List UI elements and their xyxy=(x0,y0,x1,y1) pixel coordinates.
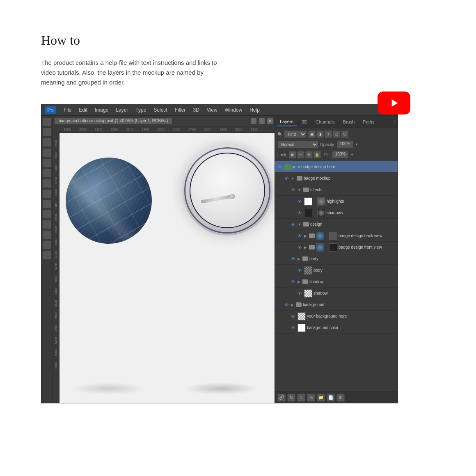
layer-shadow-group[interactable]: 👁 ▶ shadow xyxy=(275,276,398,288)
chevron-bg: ▶ xyxy=(291,303,294,307)
add-style-btn[interactable]: fx xyxy=(287,394,295,402)
blending-mode-select[interactable]: Normal xyxy=(277,141,318,148)
layer-highlights[interactable]: 👁 highlights xyxy=(275,196,398,207)
minimize-btn[interactable]: − xyxy=(251,118,256,124)
tab-paths[interactable]: Paths xyxy=(359,118,378,126)
lock-transparent-icon[interactable]: ▣ xyxy=(289,151,296,158)
tab-layers[interactable]: Layers xyxy=(277,117,297,126)
tool-text[interactable] xyxy=(43,231,51,239)
maximize-btn[interactable]: □ xyxy=(259,118,265,124)
menu-view[interactable]: View xyxy=(204,106,221,114)
menu-3d[interactable]: 3D xyxy=(190,106,202,114)
lock-image-icon[interactable]: ✏ xyxy=(297,151,304,158)
layer-eye-back[interactable]: 👁 xyxy=(296,233,303,239)
tool-dodge[interactable] xyxy=(43,210,51,218)
menu-file[interactable]: File xyxy=(60,106,75,114)
tab-channels[interactable]: Channels xyxy=(312,118,338,126)
menu-image[interactable]: Image xyxy=(92,106,112,114)
fill-value[interactable]: 100% xyxy=(332,151,348,158)
layer-shadow[interactable]: 👁 shadow xyxy=(275,288,398,299)
layer-shadows[interactable]: 👁 shadows xyxy=(275,207,398,219)
canvas-tab[interactable]: badge-pin-button-mockup.psd @ 40.05% (La… xyxy=(55,118,172,124)
layer-eye-shadow-group[interactable]: 👁 xyxy=(290,279,296,285)
layer-eye-highlights[interactable]: 👁 xyxy=(296,198,303,205)
kind-icons: ▣ ◑ T ◻ ⬡ xyxy=(308,130,348,138)
tab-controls: − □ ✕ xyxy=(251,118,273,124)
tool-shape[interactable] xyxy=(43,241,51,249)
tool-move[interactable] xyxy=(43,118,51,126)
new-layer-btn[interactable]: 📄 xyxy=(327,394,335,402)
layer-eye-bg-group[interactable]: 👁 xyxy=(283,302,290,308)
panel-menu-icon[interactable]: ≡ xyxy=(393,119,396,125)
layer-eye-shadow[interactable]: 👁 xyxy=(296,290,303,297)
kind-smart-icon[interactable]: ⬡ xyxy=(341,130,348,138)
tool-crop[interactable] xyxy=(43,149,51,157)
ruler-v-tick: H900 xyxy=(55,135,57,147)
layer-bg-color[interactable]: 👁 background color xyxy=(275,322,398,334)
layer-eye-design[interactable]: 👁 xyxy=(290,221,296,228)
layer-eye-bg-color[interactable]: 👁 xyxy=(290,325,296,331)
tab-brush[interactable]: Brush xyxy=(340,118,358,126)
youtube-button[interactable] xyxy=(378,92,410,114)
tab-3d[interactable]: 3D xyxy=(298,118,311,126)
tool-zoom[interactable] xyxy=(43,251,51,259)
layer-bg-here[interactable]: 👁 your background here xyxy=(275,311,398,322)
layer-badge-mockup[interactable]: 👁 ▼ badge mockup xyxy=(275,173,398,184)
add-mask-btn[interactable]: □ xyxy=(297,394,305,402)
menu-type[interactable]: Type xyxy=(132,106,149,114)
layer-badge-front[interactable]: 👁 ▶ badge design front view xyxy=(275,242,398,253)
layer-eye-root[interactable]: 👁 xyxy=(277,164,283,170)
link-layers-btn[interactable]: 🔗 xyxy=(277,394,286,402)
tool-brush[interactable] xyxy=(43,169,51,177)
delete-layer-btn[interactable]: 🗑 xyxy=(336,394,345,402)
layer-body-group[interactable]: 👁 ▶ body xyxy=(275,253,398,265)
kind-shape-icon[interactable]: ◻ xyxy=(333,130,340,138)
menu-layer[interactable]: Layer xyxy=(112,106,131,114)
opacity-arrow[interactable]: ▼ xyxy=(355,142,359,146)
tool-gradient[interactable] xyxy=(43,200,51,208)
add-group-btn[interactable]: 📁 xyxy=(317,394,325,402)
layer-eye-bg-here[interactable]: 👁 xyxy=(290,313,296,320)
kind-pixel-icon[interactable]: ▣ xyxy=(308,130,316,138)
layer-effects[interactable]: 👁 ▼ effects xyxy=(275,184,398,196)
ruler-tick: 2300 xyxy=(122,128,137,131)
ruler-tick: 2800 xyxy=(200,128,215,131)
fill-arrow[interactable]: ▼ xyxy=(350,153,354,157)
menu-select[interactable]: Select xyxy=(150,106,170,114)
layer-eye-body[interactable]: 👁 xyxy=(296,267,303,274)
layer-background-group[interactable]: 👁 ▶ background xyxy=(275,299,398,311)
layer-design[interactable]: 👁 ▼ design xyxy=(275,219,398,230)
layer-badge-back[interactable]: 👁 ▶ badge design back view xyxy=(275,230,398,242)
close-btn[interactable]: ✕ xyxy=(267,118,273,124)
kind-select[interactable]: Kind xyxy=(284,130,307,138)
menu-filter[interactable]: Filter xyxy=(172,106,189,114)
menu-help[interactable]: Help xyxy=(246,106,263,114)
layer-eye-effects[interactable]: 👁 xyxy=(290,187,296,193)
ruler-v-tick: N000 xyxy=(55,356,57,368)
add-adjustment-btn[interactable]: ◎ xyxy=(307,394,315,402)
tool-clone[interactable] xyxy=(43,179,51,188)
layer-body[interactable]: 👁 body xyxy=(275,265,398,276)
kind-adjust-icon[interactable]: ◑ xyxy=(316,130,324,138)
ruler-numbers: 1900 2000 2100 2200 2300 2400 2500 2600 … xyxy=(53,126,275,133)
page-container: How to The product contains a help-file … xyxy=(0,0,476,436)
layer-eye-front[interactable]: 👁 xyxy=(296,244,303,251)
tool-eraser[interactable] xyxy=(43,190,51,198)
lock-position-icon[interactable]: ✥ xyxy=(305,151,313,158)
tool-pen[interactable] xyxy=(43,220,51,229)
tool-lasso[interactable] xyxy=(43,138,51,146)
canvas-main: H900 H000 H100 H200 H300 H400 H500 H600 … xyxy=(53,133,275,403)
layer-eye-mockup[interactable]: 👁 xyxy=(283,175,290,182)
tool-eyedropper[interactable] xyxy=(43,159,51,167)
menu-window[interactable]: Window xyxy=(222,106,246,114)
badge-shadow-left xyxy=(72,382,146,395)
lock-all-icon[interactable]: 🔒 xyxy=(314,151,321,158)
layer-thumb-front xyxy=(316,243,324,252)
opacity-value[interactable]: 100% xyxy=(337,141,353,148)
tool-select[interactable] xyxy=(43,128,51,136)
layer-root[interactable]: 👁 your badge design here xyxy=(275,161,398,173)
menu-edit[interactable]: Edit xyxy=(76,106,91,114)
layer-eye-body-group[interactable]: 👁 xyxy=(290,256,296,262)
layer-eye-shadows[interactable]: 👁 xyxy=(296,210,303,216)
kind-type-icon[interactable]: T xyxy=(325,130,332,138)
